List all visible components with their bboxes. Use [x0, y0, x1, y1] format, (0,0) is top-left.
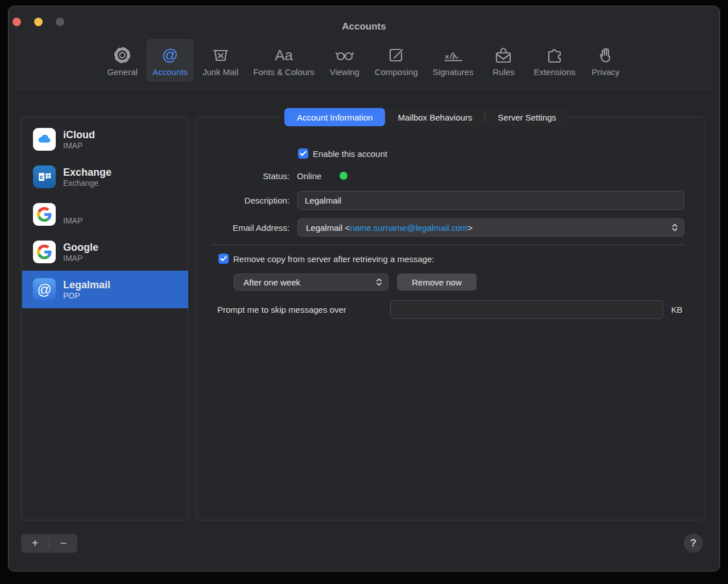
- glasses-icon: [334, 45, 355, 65]
- accounts-sidebar: iCloud IMAP E Exchange E: [21, 117, 188, 520]
- account-name: Exchange: [63, 167, 111, 178]
- account-type: Exchange: [63, 179, 111, 188]
- email-address-value: name.surname@legalmail.com: [350, 223, 468, 233]
- toolbar-item-privacy[interactable]: Privacy: [585, 39, 627, 81]
- remove-interval-value: After one week: [243, 277, 300, 287]
- at-icon: @: [162, 45, 178, 65]
- account-type: IMAP: [63, 254, 98, 263]
- account-type: IMAP: [63, 216, 82, 225]
- exchange-icon: E: [33, 165, 56, 188]
- account-name: Google: [63, 242, 98, 253]
- tab-server-settings[interactable]: Server Settings: [485, 108, 569, 126]
- window-title: Accounts: [9, 21, 719, 32]
- remove-interval-dropdown[interactable]: After one week: [234, 274, 388, 291]
- signature-icon: [442, 45, 465, 65]
- remove-now-button[interactable]: Remove now: [397, 274, 477, 291]
- toolbar-label: Junk Mail: [202, 67, 238, 77]
- hand-icon: [596, 45, 615, 65]
- account-type: IMAP: [63, 141, 95, 150]
- chevron-up-down-icon: [672, 222, 678, 233]
- description-input[interactable]: [297, 191, 684, 210]
- preferences-toolbar: General @ Accounts Junk Mail: [9, 39, 719, 81]
- section-divider: [210, 245, 685, 245]
- svg-text:E: E: [40, 174, 44, 180]
- fonts-aa-icon: Aa: [275, 45, 293, 65]
- toolbar-label: Extensions: [533, 67, 575, 77]
- at-mail-icon: @: [33, 278, 56, 301]
- sidebar-item-icloud[interactable]: iCloud IMAP: [22, 121, 188, 158]
- email-address-label: Email Address:: [196, 223, 289, 233]
- remove-copy-checkbox[interactable]: [218, 254, 229, 264]
- compose-icon: [387, 45, 406, 65]
- sidebar-item-exchange[interactable]: E Exchange Exchange: [22, 158, 188, 196]
- status-label: Status:: [196, 171, 289, 181]
- title-toolbar-area: Accounts General @ Accounts: [9, 6, 719, 92]
- email-display-name: Legalmail <: [306, 223, 350, 233]
- toolbar-label: Composing: [375, 67, 418, 77]
- toolbar-item-viewing[interactable]: Viewing: [324, 39, 366, 81]
- add-account-button[interactable]: +: [21, 534, 49, 553]
- remove-copy-label: Remove copy from server after retrieving…: [233, 254, 434, 264]
- toolbar-item-extensions[interactable]: Extensions: [528, 39, 581, 81]
- prompt-unit-label: KB: [671, 305, 682, 314]
- junk-bin-icon: [211, 45, 230, 65]
- prompt-skip-input[interactable]: [390, 300, 663, 319]
- toolbar-item-composing[interactable]: Composing: [369, 39, 424, 81]
- icloud-icon: [33, 128, 56, 151]
- puzzle-icon: [544, 45, 565, 65]
- description-label: Description:: [196, 196, 289, 205]
- enable-account-label: Enable this account: [313, 149, 387, 159]
- prompt-skip-label: Prompt me to skip messages over: [217, 305, 346, 314]
- sidebar-item-google[interactable]: Google IMAP: [22, 233, 188, 271]
- toolbar-item-signatures[interactable]: Signatures: [427, 39, 479, 81]
- sidebar-item-imap[interactable]: IMAP: [22, 196, 188, 233]
- google-icon: [33, 203, 56, 226]
- toolbar-item-junk-mail[interactable]: Junk Mail: [197, 39, 244, 81]
- toolbar-label: Signatures: [433, 67, 474, 77]
- account-name: [63, 204, 82, 216]
- accounts-preferences-window: Accounts General @ Accounts: [8, 6, 720, 571]
- status-online-dot: [340, 172, 348, 180]
- toolbar-item-fonts-colours[interactable]: Aa Fonts & Colours: [247, 39, 320, 81]
- account-type: POP: [63, 291, 110, 300]
- toolbar-label: Rules: [493, 67, 514, 77]
- account-settings-panel: Enable this account Status: Online Descr…: [196, 117, 705, 520]
- gear-icon: [113, 45, 132, 65]
- tab-mailbox-behaviours[interactable]: Mailbox Behaviours: [385, 108, 485, 126]
- account-name: iCloud: [63, 129, 95, 140]
- email-suffix: >: [468, 223, 473, 233]
- toolbar-label: General: [107, 67, 138, 77]
- sidebar-item-legalmail[interactable]: @ Legalmail POP: [22, 271, 188, 308]
- toolbar-label: Fonts & Colours: [253, 67, 315, 77]
- toolbar-item-general[interactable]: General: [101, 39, 143, 81]
- toolbar-item-accounts[interactable]: @ Accounts: [147, 39, 193, 81]
- add-remove-account-control: + −: [21, 534, 77, 553]
- toolbar-label: Viewing: [330, 67, 359, 77]
- remove-account-button[interactable]: −: [49, 534, 77, 553]
- rules-envelope-icon: [493, 45, 514, 65]
- toolbar-label: Privacy: [592, 67, 619, 77]
- status-value: Online: [297, 171, 321, 181]
- help-button[interactable]: ?: [684, 533, 703, 553]
- toolbar-item-rules[interactable]: Rules: [482, 39, 524, 81]
- toolbar-label: Accounts: [152, 67, 188, 77]
- google-icon: [33, 241, 56, 263]
- account-name: Legalmail: [63, 279, 110, 291]
- enable-account-checkbox[interactable]: [298, 148, 308, 159]
- chevron-up-down-icon: [376, 277, 382, 287]
- settings-tabbar: Account Information Mailbox Behaviours S…: [284, 108, 569, 126]
- email-address-popup[interactable]: Legalmail <name.surname@legalmail.com >: [297, 218, 684, 237]
- tab-account-information[interactable]: Account Information: [284, 108, 385, 126]
